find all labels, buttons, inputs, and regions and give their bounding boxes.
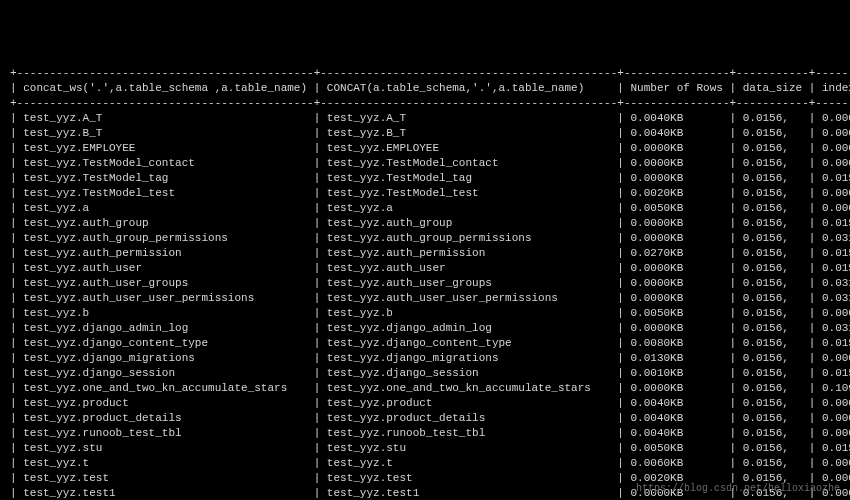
sql-result-table: +---------------------------------------… — [10, 66, 840, 500]
watermark: https://blog.csdn.net/helloxiaozhe — [636, 481, 840, 496]
